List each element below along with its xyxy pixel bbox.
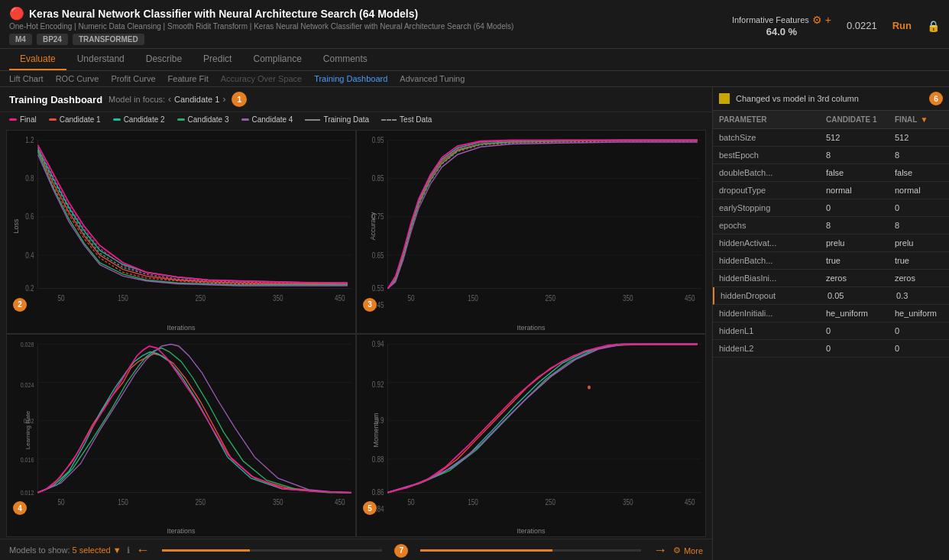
param-cand1-value: 0.05 — [828, 291, 896, 300]
step-6-badge: 6 — [929, 92, 943, 105]
svg-text:0.85: 0.85 — [372, 175, 384, 183]
accuracy-chart-inner: Accuracy 0.95 0.85 0.75 0.65 0.55 0.45 — [357, 131, 705, 322]
step-3-badge: 3 — [363, 298, 377, 312]
param-cand1-value: true — [826, 256, 895, 265]
dashed-line — [381, 119, 397, 121]
dropdown-arrow[interactable]: ▼ — [113, 545, 121, 555]
model-focus-label: Model in focus: — [109, 95, 165, 104]
svg-text:0.024: 0.024 — [21, 381, 34, 389]
subnav-accuracy[interactable]: Accuracy Over Space — [221, 74, 302, 83]
step-2-badge: 2 — [13, 298, 27, 312]
param-final-value: false — [895, 168, 949, 177]
subnav-feature[interactable]: Feature Fit — [168, 74, 209, 83]
table-row: earlyStopping 0 0 — [713, 199, 949, 217]
param-name: hiddenBiasIni... — [719, 274, 826, 283]
header-tags: M4 BP24 TRANSFORMED — [9, 34, 513, 45]
bottom-scroll[interactable] — [162, 549, 383, 552]
svg-text:50: 50 — [57, 294, 64, 303]
svg-text:150: 150 — [118, 498, 128, 507]
bottom-scroll-right[interactable] — [420, 549, 641, 552]
svg-text:50: 50 — [407, 498, 414, 507]
svg-point-66 — [588, 385, 591, 389]
param-name: doubleBatch... — [719, 168, 826, 177]
scroll-right-button[interactable]: → — [653, 542, 667, 558]
tab-describe[interactable]: Describe — [135, 49, 193, 70]
param-final-value: 0.3 — [896, 291, 949, 300]
legend-cand2: Candidate 2 — [113, 115, 165, 124]
sub-nav: Lift Chart ROC Curve Profit Curve Featur… — [0, 71, 949, 87]
info-icon[interactable]: ℹ — [127, 545, 130, 555]
legend-final: Final — [9, 115, 37, 124]
param-final-value: 0 — [895, 203, 949, 212]
param-final-value: prelu — [895, 238, 949, 248]
models-show-label: Models to show: 5 selected ▼ ℹ — [9, 545, 130, 555]
scroll-left-button[interactable]: ← — [136, 542, 150, 558]
legend-cand1-label: Candidate 1 — [60, 115, 101, 124]
final-col-header[interactable]: FINAL ▼ — [895, 115, 949, 124]
momentum-y-label: Momentum — [372, 413, 380, 447]
param-final-value: 0 — [895, 344, 949, 353]
svg-text:0.65: 0.65 — [372, 251, 384, 260]
param-final-value: 8 — [895, 221, 949, 230]
right-panel: Changed vs model in 3rd column 6 PARAMET… — [712, 87, 949, 560]
changed-indicator — [719, 93, 730, 104]
lock-icon: 🔒 — [927, 20, 940, 32]
selected-count[interactable]: 5 selected — [73, 545, 111, 555]
prev-candidate-button[interactable]: ‹ — [168, 94, 171, 105]
more-button[interactable]: ⚙ More — [673, 545, 703, 555]
param-name: hiddenL2 — [719, 344, 826, 353]
table-row: hiddenBatch... true true — [713, 252, 949, 270]
legend-final-label: Final — [20, 115, 37, 124]
nav-tabs: Evaluate Understand Describe Predict Com… — [0, 49, 949, 71]
param-cand1-value: normal — [826, 186, 895, 195]
tag-m4: M4 — [9, 34, 32, 45]
step-5-badge: 5 — [363, 501, 377, 515]
svg-text:150: 150 — [468, 294, 478, 303]
loss-chart: Loss 1.2 0.8 0.6 0.4 0.2 — [6, 130, 356, 334]
cand1-col-header: CANDIDATE 1 — [826, 115, 895, 124]
subnav-advanced[interactable]: Advanced Tuning — [400, 74, 465, 83]
lr-chart: Learning Rate 0.028 0.024 0.02 0.016 0.0… — [6, 334, 356, 538]
legend-cand4-label: Candidate 4 — [252, 115, 293, 124]
candidate-name: Candidate 1 — [174, 95, 219, 104]
tag-bp24: BP24 — [37, 34, 68, 45]
param-final-value: he_uniform — [895, 309, 949, 318]
param-cand1-value: false — [826, 168, 895, 177]
param-name: batchSize — [719, 133, 826, 142]
run-button[interactable]: Run — [892, 20, 912, 31]
tab-comments[interactable]: Comments — [313, 49, 378, 70]
legend-test: Test Data — [381, 115, 432, 124]
accuracy-chart: Accuracy 0.95 0.85 0.75 0.65 0.55 0.45 — [356, 130, 706, 334]
svg-text:450: 450 — [335, 498, 345, 507]
subnav-roc[interactable]: ROC Curve — [56, 74, 99, 83]
right-panel-header: Changed vs model in 3rd column 6 — [713, 87, 949, 111]
subtitle-text: One-Hot Encoding | Numeric Data Cleansin… — [9, 22, 513, 31]
subnav-lift[interactable]: Lift Chart — [9, 74, 44, 83]
legend-cand2-label: Candidate 2 — [124, 115, 165, 124]
tab-understand[interactable]: Understand — [66, 49, 135, 70]
tab-predict[interactable]: Predict — [193, 49, 242, 70]
subnav-training[interactable]: Training Dashboard — [314, 74, 387, 83]
svg-text:0.88: 0.88 — [372, 455, 384, 463]
tab-evaluate[interactable]: Evaluate — [9, 49, 66, 70]
momentum-x-label: Iterations — [357, 526, 705, 536]
next-candidate-button[interactable]: › — [222, 94, 225, 105]
add-icon[interactable]: + — [825, 14, 831, 26]
momentum-svg: 0.94 0.92 0.9 0.88 0.86 0.84 50 150 250 … — [357, 335, 705, 526]
param-name: hiddenL1 — [719, 326, 826, 335]
param-name: hiddenActivat... — [719, 238, 826, 248]
tab-compliance[interactable]: Compliance — [242, 49, 312, 70]
legend: Final Candidate 1 Candidate 2 Candidate … — [0, 112, 712, 127]
bottom-bar: Models to show: 5 selected ▼ ℹ ← 7 → ⚙ M… — [0, 539, 712, 560]
subnav-profit[interactable]: Profit Curve — [111, 74, 155, 83]
svg-text:450: 450 — [335, 294, 345, 303]
models-label: Models to show: — [9, 545, 70, 555]
step-1-badge: 1 — [232, 92, 247, 107]
param-cand1-value: 0 — [826, 326, 895, 335]
table-row: batchSize 512 512 — [713, 129, 949, 147]
legend-cand1: Candidate 1 — [49, 115, 101, 124]
param-cand1-value: 8 — [826, 151, 895, 160]
svg-text:0.028: 0.028 — [21, 341, 34, 348]
param-cand1-value: 0 — [826, 203, 895, 212]
run-value: 0.0221 — [847, 20, 877, 31]
